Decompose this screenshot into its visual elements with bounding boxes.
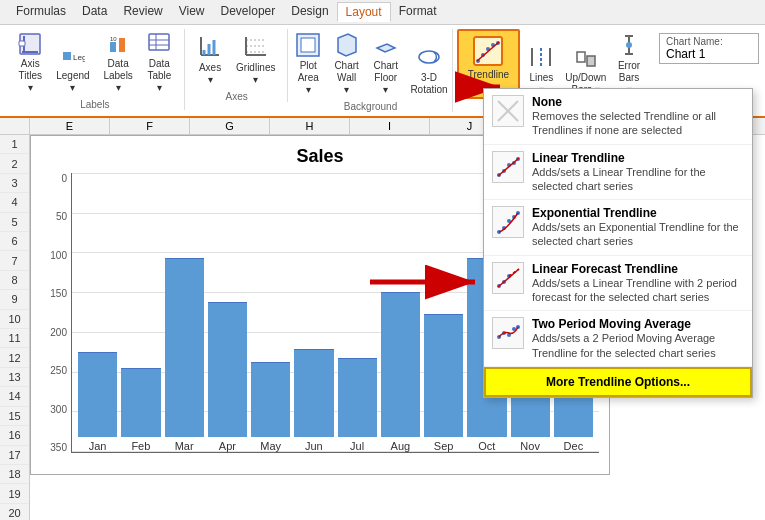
bar-label-sep: Sep [434, 440, 454, 452]
row-16[interactable]: 16 [0, 426, 29, 445]
row-7[interactable]: 7 [0, 251, 29, 270]
exponential-desc: Adds/sets an Exponential Trendline for t… [532, 220, 744, 249]
moving-average-title: Two Period Moving Average [532, 317, 744, 331]
svg-rect-38 [577, 52, 585, 62]
row-20[interactable]: 20 [0, 504, 29, 520]
bar-apr [208, 302, 247, 437]
svg-rect-3 [19, 41, 25, 46]
bar-group-aug: Aug [381, 173, 420, 452]
col-e[interactable]: E [30, 118, 110, 134]
chart-name-label: Chart Name: [666, 36, 752, 47]
menu-format[interactable]: Format [391, 2, 445, 22]
svg-line-63 [509, 269, 519, 276]
row-4[interactable]: 4 [0, 193, 29, 212]
row-1[interactable]: 1 [0, 135, 29, 154]
svg-text:Legend: Legend [73, 53, 85, 62]
bar-group-mar: Mar [165, 173, 204, 452]
bar-feb [121, 368, 160, 437]
row-19[interactable]: 19 [0, 484, 29, 503]
col-f[interactable]: F [110, 118, 190, 134]
bar-mar [165, 258, 204, 437]
row-18[interactable]: 18 [0, 465, 29, 484]
row-3[interactable]: 3 [0, 174, 29, 193]
row-11[interactable]: 11 [0, 329, 29, 348]
col-i[interactable]: I [350, 118, 430, 134]
svg-rect-39 [587, 56, 595, 66]
bar-group-jul: Jul [338, 173, 377, 452]
svg-rect-6 [110, 42, 116, 52]
plot-area-button[interactable]: PlotArea ▾ [290, 29, 327, 99]
moving-average-desc: Adds/sets a 2 Period Moving Average Tren… [532, 331, 744, 360]
axis-titles-button[interactable]: AxisTitles ▾ [12, 29, 49, 97]
svg-rect-24 [301, 38, 315, 52]
row-14[interactable]: 14 [0, 387, 29, 406]
menu-design[interactable]: Design [283, 2, 336, 22]
row-10[interactable]: 10 [0, 310, 29, 329]
row-15[interactable]: 15 [0, 407, 29, 426]
corner-header [0, 118, 30, 134]
menu-developer[interactable]: Developer [213, 2, 284, 22]
chart-name-value: Chart 1 [666, 47, 752, 61]
more-trendline-options[interactable]: More Trendline Options... [484, 367, 752, 397]
menu-review[interactable]: Review [115, 2, 170, 22]
row-6[interactable]: 6 [0, 232, 29, 251]
data-table-button[interactable]: DataTable ▾ [141, 29, 178, 97]
chart-name-box: Chart Name: Chart 1 [659, 33, 759, 64]
row-17[interactable]: 17 [0, 446, 29, 465]
linear-forecast-title: Linear Forecast Trendline [532, 262, 744, 276]
legend-button[interactable]: Legend Legend ▾ [51, 41, 96, 97]
y-200: 200 [50, 327, 67, 338]
menu-data[interactable]: Data [74, 2, 115, 22]
ribbon-group-background: PlotArea ▾ ChartWall ▾ ChartFloor ▾ 3-DR… [290, 29, 453, 112]
axes-button[interactable]: Axes ▾ [192, 29, 228, 89]
y-350: 350 [50, 442, 67, 453]
bar-label-apr: Apr [219, 440, 236, 452]
chart-floor-button[interactable]: ChartFloor ▾ [367, 29, 405, 99]
linear-forecast-icon [492, 262, 524, 294]
data-labels-button[interactable]: 10 DataLabels ▾ [97, 29, 139, 97]
3d-rotation-button[interactable]: 3-DRotation [407, 41, 451, 99]
none-icon [492, 95, 524, 127]
svg-rect-7 [119, 38, 125, 52]
menu-layout[interactable]: Layout [337, 2, 391, 22]
dropdown-linear[interactable]: Linear Trendline Adds/sets a Linear Tren… [484, 145, 752, 201]
bar-jul [338, 358, 377, 437]
svg-marker-25 [338, 34, 356, 56]
exponential-icon [492, 206, 524, 238]
chart-wall-button[interactable]: ChartWall ▾ [329, 29, 365, 99]
bar-sep [424, 314, 463, 437]
bar-group-jan: Jan [78, 173, 117, 452]
y-50: 50 [56, 211, 67, 222]
bar-label-nov: Nov [520, 440, 540, 452]
bar-label-oct: Oct [478, 440, 495, 452]
bar-label-jun: Jun [305, 440, 323, 452]
gridlines-button[interactable]: Gridlines ▾ [230, 29, 281, 89]
bar-jun [294, 349, 333, 437]
row-13[interactable]: 13 [0, 368, 29, 387]
bar-aug [381, 292, 420, 437]
dropdown-none[interactable]: None Removes the selected Trendline or a… [484, 89, 752, 145]
y-0: 0 [61, 173, 67, 184]
col-g[interactable]: G [190, 118, 270, 134]
dropdown-exponential[interactable]: Exponential Trendline Adds/sets an Expon… [484, 200, 752, 256]
row-9[interactable]: 9 [0, 290, 29, 309]
row-2[interactable]: 2 [0, 154, 29, 173]
row-12[interactable]: 12 [0, 348, 29, 367]
linear-icon [492, 151, 524, 183]
row-5[interactable]: 5 [0, 213, 29, 232]
menu-formulas[interactable]: Formulas [8, 2, 74, 22]
col-h[interactable]: H [270, 118, 350, 134]
dropdown-moving-average[interactable]: Two Period Moving Average Adds/sets a 2 … [484, 311, 752, 367]
row-8[interactable]: 8 [0, 271, 29, 290]
menu-view[interactable]: View [171, 2, 213, 22]
more-options-label: More Trendline Options... [546, 375, 690, 389]
dropdown-linear-forecast[interactable]: Linear Forecast Trendline Adds/sets a Li… [484, 256, 752, 312]
bar-label-jan: Jan [89, 440, 107, 452]
background-group-label: Background [344, 101, 397, 112]
bar-group-jun: Jun [294, 173, 333, 452]
labels-group-label: Labels [80, 99, 109, 110]
row-numbers: 1 2 3 4 5 6 7 8 9 10 11 12 13 14 15 16 1… [0, 135, 30, 520]
svg-rect-9 [149, 34, 169, 50]
svg-line-53 [498, 158, 519, 176]
bar-jan [78, 352, 117, 437]
